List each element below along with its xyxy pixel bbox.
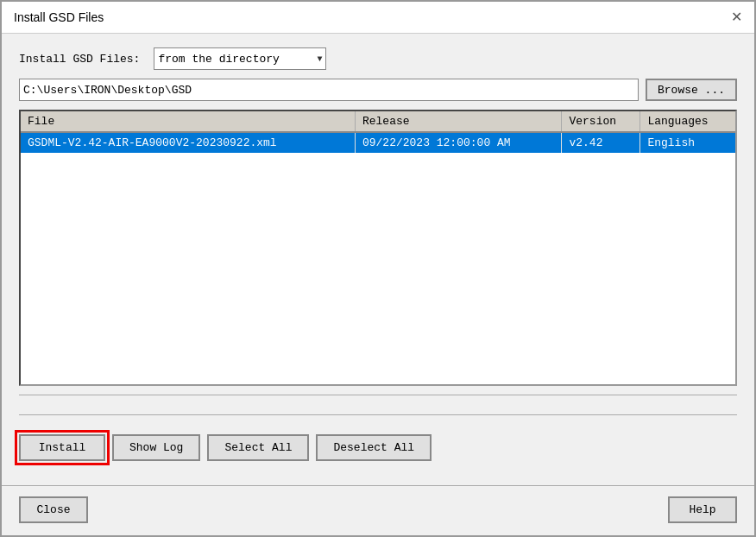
col-version: Version: [562, 111, 640, 132]
source-dropdown[interactable]: from the directory ▼: [154, 47, 326, 70]
cell-release: 09/22/2023 12:00:00 AM: [355, 132, 562, 153]
col-file: File: [21, 111, 355, 132]
install-label: Install GSD Files:: [19, 53, 140, 66]
close-icon[interactable]: ✕: [731, 10, 742, 24]
select-all-button[interactable]: Select All: [207, 434, 309, 461]
path-row: Browse ...: [19, 79, 737, 101]
install-button[interactable]: Install: [19, 434, 105, 461]
divider: [2, 485, 754, 486]
cell-language: English: [640, 132, 735, 153]
title-bar: Install GSD Files ✕: [2, 2, 754, 34]
dialog-title: Install GSD Files: [14, 10, 104, 24]
col-languages: Languages: [640, 111, 735, 132]
show-log-button[interactable]: Show Log: [112, 434, 200, 461]
bottom-row: Close Help: [2, 490, 754, 535]
file-table-container: File Release Version Languages GSDML-V2.…: [19, 110, 737, 386]
browse-button[interactable]: Browse ...: [646, 79, 737, 101]
action-button-row: Install Show Log Select All Deselect All: [19, 431, 737, 468]
cell-file: GSDML-V2.42-AIR-EA9000V2-20230922.xml: [21, 132, 355, 153]
dialog-window: Install GSD Files ✕ Install GSD Files: f…: [0, 0, 756, 537]
col-release: Release: [355, 111, 562, 132]
deselect-all-button[interactable]: Deselect All: [316, 434, 432, 461]
install-source-row: Install GSD Files: from the directory ▼: [19, 47, 737, 70]
chevron-down-icon[interactable]: ▼: [317, 54, 322, 64]
table-body: GSDML-V2.42-AIR-EA9000V2-20230922.xml09/…: [21, 132, 735, 153]
path-input[interactable]: [19, 79, 639, 101]
dialog-body: Install GSD Files: from the directory ▼ …: [2, 34, 754, 482]
table-row[interactable]: GSDML-V2.42-AIR-EA9000V2-20230922.xml09/…: [21, 132, 735, 153]
cell-version: v2.42: [562, 132, 640, 153]
source-dropdown-value: from the directory: [158, 53, 317, 66]
file-table: File Release Version Languages GSDML-V2.…: [21, 111, 735, 153]
help-button[interactable]: Help: [668, 496, 737, 523]
table-header-row: File Release Version Languages: [21, 111, 735, 132]
status-bar: [19, 395, 737, 415]
close-button[interactable]: Close: [19, 496, 88, 523]
